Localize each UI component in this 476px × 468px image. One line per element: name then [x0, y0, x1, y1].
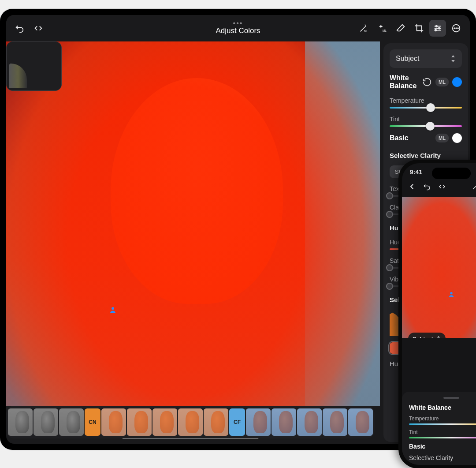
tint-slider[interactable]: Tint: [390, 116, 462, 127]
preset-thumb[interactable]: [271, 408, 296, 436]
svg-text:ML: ML: [383, 29, 387, 32]
enhance-button[interactable]: ML: [469, 180, 476, 193]
histogram-thumbnail[interactable]: [6, 41, 62, 91]
subject-pill-label: Subject: [413, 336, 433, 338]
svg-point-2: [435, 26, 437, 27]
person-icon: [448, 291, 455, 298]
svg-point-9: [112, 307, 114, 310]
image-canvas[interactable]: [6, 41, 380, 406]
svg-point-7: [456, 28, 457, 29]
sparkle-ml-icon: ML: [377, 23, 387, 33]
preset-thumb[interactable]: [127, 408, 152, 436]
basic-title: Basic: [390, 134, 409, 142]
slider-thumb[interactable]: [386, 264, 393, 271]
preset-thumb[interactable]: [152, 408, 177, 436]
preset-thumb[interactable]: [204, 408, 228, 436]
compare-button[interactable]: [30, 20, 47, 37]
svg-point-3: [439, 27, 440, 29]
tint-track[interactable]: [390, 125, 462, 127]
slider-thumb[interactable]: [426, 122, 435, 131]
preset-thumb[interactable]: [297, 408, 322, 436]
drag-dots-icon: •••: [216, 21, 260, 26]
temperature-label: Temperature: [409, 416, 476, 422]
mask-selector-dropdown[interactable]: Subject: [390, 49, 462, 68]
selective-clarity-title[interactable]: Selective Clarity: [409, 454, 476, 461]
preset-thumb[interactable]: [59, 408, 84, 436]
adjust-button[interactable]: [429, 20, 446, 37]
svg-text:ML: ML: [364, 30, 368, 33]
subject-pin[interactable]: [109, 306, 118, 315]
slider-thumb[interactable]: [426, 103, 435, 112]
sliders-icon: [433, 23, 443, 33]
temperature-track[interactable]: [409, 423, 476, 425]
tint-label: Tint: [390, 116, 462, 123]
preset-thumb[interactable]: [178, 408, 203, 436]
basic-title[interactable]: Basic: [409, 443, 476, 450]
slider-thumb[interactable]: [386, 211, 393, 218]
ml-badge[interactable]: ML: [435, 134, 449, 142]
preset-thumb[interactable]: [348, 408, 373, 436]
svg-point-8: [457, 28, 458, 29]
wand-ml-icon: ML: [359, 23, 368, 33]
basic-header[interactable]: Basic ML: [390, 133, 462, 143]
white-balance-header: White Balance ML: [390, 74, 462, 90]
subject-pin[interactable]: [448, 291, 455, 298]
more-icon: [451, 23, 461, 33]
white-balance-title: White Balance: [390, 74, 422, 90]
preset-thumb[interactable]: [101, 408, 126, 436]
tint-label: Tint: [409, 429, 476, 435]
slider-thumb[interactable]: [386, 192, 393, 199]
temperature-track[interactable]: [390, 107, 462, 109]
chevron-updown-icon: [436, 336, 441, 338]
ml-badge[interactable]: ML: [435, 78, 449, 86]
temperature-slider[interactable]: Temperature: [409, 416, 476, 425]
eraser-button[interactable]: [392, 20, 409, 37]
temperature-label: Temperature: [390, 97, 462, 104]
status-time: 9:41: [410, 168, 422, 176]
undo-icon: [15, 23, 25, 33]
dynamic-island: [432, 168, 471, 179]
subject-pill[interactable]: Subject: [408, 333, 446, 338]
wb-title: White Balance: [409, 404, 476, 411]
enhance-ml-button[interactable]: ML: [355, 20, 372, 37]
iphone-adjust-sheet[interactable]: White Balance Temperature Tint Basic Sel…: [402, 392, 476, 465]
subject-mask-overlay: [6, 41, 380, 406]
preset-thumb[interactable]: [8, 408, 33, 436]
eraser-icon: [396, 23, 405, 33]
iphone-frame: 9:41 ML Subje: [398, 160, 476, 468]
slider-thumb[interactable]: [386, 283, 393, 290]
reset-icon[interactable]: [422, 77, 432, 87]
preset-badge-cn[interactable]: CN: [85, 408, 100, 436]
active-indicator[interactable]: [452, 133, 462, 143]
back-button[interactable]: [405, 180, 419, 193]
undo-button[interactable]: [11, 20, 28, 37]
more-button[interactable]: [448, 20, 465, 37]
canvas-area: CN CF: [6, 41, 380, 444]
preset-thumb[interactable]: [33, 408, 58, 436]
tint-slider[interactable]: Tint: [409, 429, 476, 438]
home-indicator: [122, 438, 259, 438]
crop-button[interactable]: [411, 20, 428, 37]
preset-badge-cf[interactable]: CF: [229, 408, 245, 436]
mask-selector-label: Subject: [396, 55, 419, 63]
wand-ml-icon: ML: [472, 183, 476, 191]
tint-track[interactable]: [409, 437, 476, 438]
code-icon: [33, 23, 43, 33]
auto-ml-button[interactable]: ML: [374, 20, 390, 37]
compare-button[interactable]: [435, 180, 449, 193]
crop-icon: [414, 23, 424, 33]
temperature-slider[interactable]: Temperature: [390, 97, 462, 109]
sheet-grabber[interactable]: [443, 397, 459, 399]
person-icon: [109, 306, 117, 314]
preset-thumb[interactable]: [246, 408, 271, 436]
undo-icon: [423, 183, 431, 191]
top-toolbar: ••• Adjust Colors ML ML: [6, 15, 470, 41]
preset-filmstrip[interactable]: CN CF: [6, 406, 375, 438]
undo-button[interactable]: [420, 180, 434, 193]
preset-thumb[interactable]: [323, 408, 347, 436]
active-indicator[interactable]: [452, 77, 462, 87]
svg-point-4: [435, 30, 437, 31]
selective-clarity-title: Selective Clarity: [390, 152, 462, 159]
iphone-image-canvas[interactable]: Subject: [402, 197, 476, 338]
iphone-screen: 9:41 ML Subje: [402, 163, 476, 465]
